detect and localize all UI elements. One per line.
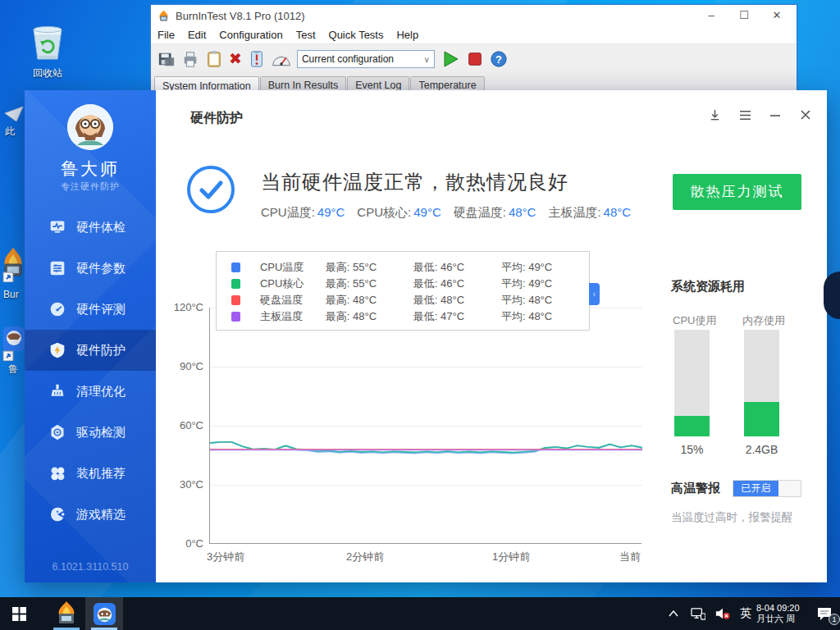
metric-value: 48°C [509, 205, 536, 219]
trash-icon [29, 23, 66, 64]
this-pc-label: 此 [5, 125, 15, 139]
minimize-icon[interactable] [769, 108, 782, 121]
menu-configuration[interactable]: Configuration [212, 29, 289, 41]
legend-row: 硬盘温度 最高: 48°C 最低: 48°C 平均: 48°C [231, 292, 589, 308]
test-preferences-icon[interactable] [248, 50, 266, 68]
sidebar-item-label: 硬件参数 [76, 261, 126, 276]
ludashi-shortcut-label: 鲁 [8, 363, 18, 377]
metric-value: 48°C [604, 205, 632, 219]
ime-indicator[interactable]: 英 [735, 597, 756, 630]
x-tick-3min: 3分钟前 [207, 550, 244, 564]
sidebar-item-game-picks[interactable]: 游戏精选 [25, 494, 156, 535]
configuration-dropdown[interactable]: Current configuration ∨ [297, 50, 435, 68]
menu-edit[interactable]: Edit [181, 29, 212, 41]
metric-label: 硬盘温度: [454, 205, 506, 219]
recycle-bin-icon[interactable]: 回收站 [18, 23, 77, 80]
gridline [210, 367, 642, 368]
legend-collapse-button[interactable]: ‹ [589, 283, 600, 305]
play-icon[interactable] [441, 49, 460, 69]
app-name: 鲁大师 [25, 158, 156, 180]
legend-swatch [231, 279, 240, 289]
help-icon[interactable]: ? [490, 50, 508, 68]
sidebar-item-hardware-specs[interactable]: 硬件参数 [25, 248, 156, 289]
alarm-title: 高温警报 [671, 481, 720, 496]
metric-label: CPU温度: [261, 205, 315, 219]
legend-name: 主板温度 [260, 309, 326, 324]
sidebar-item-hardware-benchmark[interactable]: 硬件评测 [25, 289, 156, 330]
broom-icon [49, 383, 66, 399]
ludashi-sidebar: 鲁大师 专注硬件防护 硬件体检 硬件参数 硬件评测 硬件防护 [25, 90, 156, 582]
burnintest-maximize-button[interactable]: ☐ [728, 5, 760, 26]
save-icon[interactable] [158, 50, 176, 68]
stress-test-button[interactable]: 散热压力测试 [673, 174, 801, 210]
start-button[interactable] [0, 597, 38, 630]
main-menu-icon[interactable] [738, 108, 751, 121]
sidebar-item-cleanup[interactable]: 清理优化 [25, 371, 156, 412]
sidebar-item-label: 清理优化 [76, 384, 126, 399]
close-icon[interactable] [799, 108, 812, 121]
download-icon[interactable] [708, 108, 721, 121]
shield-bolt-icon [49, 342, 66, 358]
cpu-usage-value: 15% [674, 443, 710, 456]
burnintest-minimize-button[interactable]: – [695, 5, 728, 26]
page-title: 硬件防护 [190, 110, 243, 127]
clover-grid-icon [49, 465, 66, 482]
burnintest-shortcut-icon[interactable] [2, 248, 25, 285]
burnintest-titlebar[interactable]: BurnInTest V8.1 Pro (1012) – ☐ ✕ [151, 5, 797, 26]
legend-name: 硬盘温度 [260, 293, 326, 308]
print-icon[interactable] [181, 50, 199, 68]
taskbar-burnintest[interactable] [48, 597, 85, 630]
configuration-dropdown-value: Current configuration [302, 53, 394, 65]
gauge-icon[interactable] [272, 51, 291, 67]
y-tick-30: 30°C [161, 478, 203, 491]
delete-icon[interactable]: ✖ [229, 51, 242, 67]
metric-label: CPU核心: [357, 205, 411, 219]
sidebar-item-build-recommendation[interactable]: 装机推荐 [25, 453, 156, 494]
clipboard-icon[interactable] [205, 50, 223, 68]
clock-date: 月廿六 周 [756, 614, 809, 624]
system-tray: 英 8-04 09:20 月廿六 周 1 [661, 597, 840, 630]
chart-legend: CPU温度 最高: 55°C 最低: 46°C 平均: 49°C CPU核心 最… [216, 251, 590, 331]
memory-usage-label: 内存使用 [742, 313, 785, 328]
burnintest-close-button[interactable]: ✕ [760, 5, 793, 26]
floating-ball[interactable] [824, 272, 840, 319]
menu-file[interactable]: File [151, 29, 181, 41]
alarm-toggle[interactable]: 已开启 [733, 480, 801, 497]
chevron-down-icon: ∨ [424, 55, 430, 64]
sidebar-item-driver-check[interactable]: 驱动检测 [25, 412, 156, 453]
sidebar-item-hardware-checkup[interactable]: 硬件体检 [25, 207, 156, 248]
taskbar-clock[interactable]: 8-04 09:20 月廿六 周 [756, 603, 809, 624]
gridline [210, 485, 642, 486]
ludashi-content: 硬件防护 当前硬件温度正常，散热情况良好 CPU温 [156, 90, 827, 582]
menu-help[interactable]: Help [390, 29, 425, 41]
this-pc-icon[interactable] [3, 105, 25, 126]
memory-usage-bar [744, 330, 779, 436]
legend-swatch [231, 262, 240, 272]
temperature-chart [209, 308, 641, 544]
desktop: 回收站 此 Bur 鲁 [0, 0, 840, 630]
recycle-bin-label: 回收站 [33, 67, 62, 79]
resources-title: 系统资源耗用 [671, 279, 745, 294]
desktop-edge-icons: 此 Bur 鲁 [0, 98, 25, 492]
avatar[interactable] [67, 104, 113, 150]
sidebar-item-label: 硬件防护 [76, 343, 126, 358]
x-tick-1min: 1分钟前 [492, 550, 530, 564]
metric-value: 49°C [413, 205, 441, 219]
legend-name: CPU核心 [260, 276, 326, 291]
ludashi-shortcut-icon[interactable] [2, 326, 25, 363]
clock-time: 8-04 09:20 [756, 603, 809, 614]
taskbar-ludashi[interactable] [85, 597, 123, 630]
svg-text:?: ? [495, 53, 502, 66]
network-icon[interactable] [686, 597, 710, 630]
burnintest-menubar: File Edit Configuration Test Quick Tests… [151, 26, 797, 44]
cpu-usage-label: CPU使用 [673, 313, 716, 328]
menu-quick-tests[interactable]: Quick Tests [322, 29, 390, 41]
notification-center-icon[interactable]: 1 [809, 597, 840, 630]
sliders-icon [49, 260, 66, 276]
tray-chevron-up-icon[interactable] [661, 597, 686, 630]
sidebar-item-hardware-protection[interactable]: 硬件防护 [25, 330, 156, 371]
stop-icon[interactable] [466, 50, 484, 68]
volume-muted-icon[interactable] [710, 597, 735, 630]
menu-test[interactable]: Test [290, 29, 322, 41]
sidebar-item-label: 硬件评测 [76, 302, 126, 317]
